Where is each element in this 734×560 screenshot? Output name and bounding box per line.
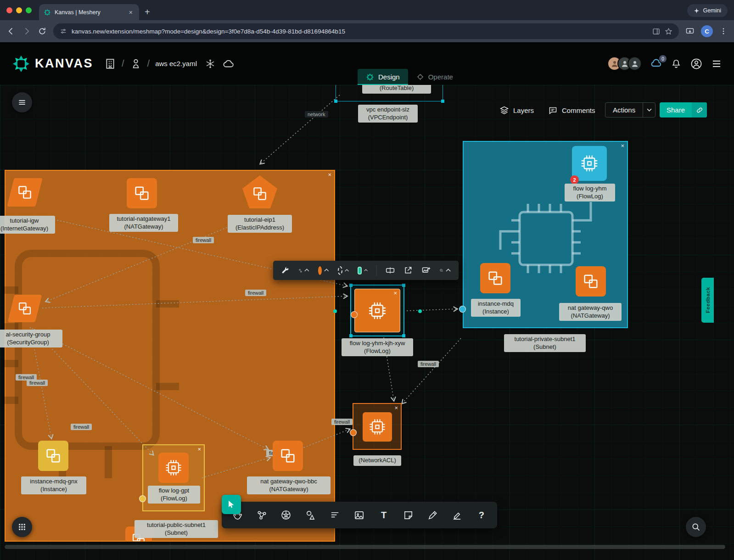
designs-icon[interactable] — [130, 58, 142, 70]
annotation-lines-tool[interactable] — [329, 509, 342, 521]
node-label-tutorial-natgateway1[interactable]: tutorial-natgateway1 (NATGateway) — [109, 214, 178, 232]
node-label-nat-gateway-qwo-bbc[interactable]: nat gateway-qwo-bbc (NATGateway) — [247, 476, 331, 494]
node-nat-gateway-qwo[interactable] — [576, 266, 606, 297]
collapse-icon[interactable]: × — [621, 143, 624, 149]
app-menu-icon[interactable] — [711, 58, 722, 69]
theme-swatch-tool[interactable] — [358, 267, 368, 274]
marker-tool[interactable] — [451, 509, 464, 521]
node-label-tutorial-igw[interactable]: tutorial-igw (InternetGateway) — [0, 216, 55, 234]
node-label-network-acl[interactable]: (NetworkACL) — [353, 455, 401, 466]
pen-tool[interactable] — [426, 509, 439, 521]
share-link-button[interactable] — [692, 102, 707, 118]
connection-handle[interactable] — [350, 429, 357, 436]
new-tab-button[interactable]: + — [145, 7, 150, 17]
reload-button[interactable] — [38, 27, 47, 36]
node-label-tutorial-private-subnet1[interactable]: tutorial-private-subnet1 (Subnet) — [504, 334, 586, 352]
node-label-vpc-endpoint[interactable]: vpc endpoint-slz (VPCEndpoint) — [358, 105, 418, 123]
credits-indicator[interactable]: 0 — [650, 57, 662, 70]
fill-color-tool[interactable] — [318, 266, 329, 275]
node-flow-log-gpt[interactable]: × flow log-gpt (FlowLog) — [142, 444, 205, 511]
actions-split-button[interactable]: Actions — [605, 102, 656, 118]
flow-log-icon-box[interactable]: × — [354, 289, 400, 332]
node-nat-gateway-qwo-bbc[interactable] — [273, 441, 303, 471]
browser-profile-avatar[interactable]: C — [701, 25, 713, 37]
snowflake-icon[interactable] — [205, 59, 215, 69]
site-settings-icon[interactable] — [60, 28, 67, 35]
feedback-tab[interactable]: Feedback — [701, 278, 714, 323]
tab-design[interactable]: Design — [358, 69, 408, 85]
edge-endpoint-dot[interactable] — [333, 309, 337, 313]
node-label-instance-mdq-gnx[interactable]: instance-mdq-gnx (Instance) — [21, 476, 86, 494]
node-label-tutorial-public-subnet1[interactable]: tutorial-public-subnet1 (Subnet) — [134, 520, 218, 538]
open-external-icon[interactable] — [403, 266, 413, 275]
border-style-tool[interactable] — [338, 266, 349, 275]
design-canvas[interactable]: × × — [0, 85, 734, 560]
actions-button[interactable]: Actions — [605, 103, 643, 117]
kubernetes-tool[interactable] — [280, 509, 292, 521]
gemini-button[interactable]: Gemini — [687, 4, 728, 17]
relationships-tool[interactable] — [255, 509, 268, 521]
device-sync-icon[interactable] — [685, 27, 695, 36]
maximize-window-button[interactable] — [26, 7, 32, 13]
design-file-name[interactable]: aws ec2.yaml — [155, 60, 197, 67]
node-label-security-group[interactable]: al-security-group (SecurityGroup) — [0, 330, 62, 347]
node-flow-log-yhm[interactable]: 2 — [572, 146, 607, 181]
media-tool[interactable] — [353, 509, 366, 521]
share-button[interactable]: Share — [660, 102, 692, 118]
collaborator-avatar[interactable] — [628, 56, 642, 71]
connection-handle[interactable] — [459, 306, 466, 313]
shapes-tool[interactable] — [304, 509, 317, 521]
node-flow-log-yhm-kjh-xyw[interactable]: × — [350, 285, 404, 336]
layers-button[interactable]: Layers — [499, 106, 534, 115]
select-cursor-tool[interactable] — [222, 495, 241, 514]
url-bar[interactable]: kanvas.new/extension/meshmap?mode=design… — [53, 23, 679, 39]
note-tool[interactable] — [402, 509, 415, 521]
close-window-button[interactable] — [6, 7, 12, 13]
bookmark-star-icon[interactable] — [665, 28, 672, 35]
rename-field-icon[interactable] — [386, 266, 395, 275]
shapes-tool[interactable] — [298, 266, 309, 275]
tab-operate[interactable]: Operate — [408, 69, 461, 85]
connection-handle[interactable] — [139, 495, 146, 502]
edge-endpoint-dot[interactable] — [418, 309, 422, 313]
browser-tab[interactable]: Kanvas | Meshery × — [39, 4, 139, 20]
profile-icon[interactable] — [690, 57, 703, 70]
browser-menu-icon[interactable] — [719, 27, 728, 35]
comments-button[interactable]: Comments — [548, 106, 595, 115]
node-label-route-table[interactable]: (RouteTable) — [362, 85, 431, 94]
canvas-menu-button[interactable] — [12, 92, 32, 112]
tab-close-icon[interactable]: × — [127, 8, 134, 17]
collapse-icon[interactable]: × — [328, 172, 331, 178]
back-button[interactable] — [6, 27, 16, 36]
side-panel-icon[interactable] — [652, 28, 660, 35]
collapse-icon[interactable]: × — [394, 405, 398, 411]
help-tool[interactable]: ? — [475, 509, 488, 521]
node-tutorial-natgateway1[interactable] — [127, 178, 157, 208]
collapse-icon[interactable]: × — [393, 290, 397, 296]
forward-button[interactable] — [22, 27, 31, 36]
actions-caret[interactable] — [643, 103, 655, 117]
cloud-sync-icon[interactable] — [223, 58, 235, 70]
configure-wrench-icon[interactable] — [281, 266, 290, 275]
node-label-tutorial-eip1[interactable]: tutorial-eip1 (ElasticIPAddress) — [228, 215, 292, 233]
notifications-bell-icon[interactable] — [671, 58, 682, 69]
url-text[interactable]: kanvas.new/extension/meshmap?mode=design… — [72, 28, 648, 35]
flow-log-gpt-icon-box[interactable] — [158, 453, 189, 483]
node-network-acl[interactable]: × — [353, 403, 402, 450]
node-label-nat-gateway-qwo[interactable]: nat gateway-qwo (NATGateway) — [559, 303, 622, 321]
organization-icon[interactable] — [104, 58, 116, 70]
share-split-button[interactable]: Share — [660, 102, 707, 118]
horizontal-scrollbar[interactable] — [5, 545, 725, 549]
text-tool[interactable]: T — [377, 509, 390, 521]
collapse-icon[interactable]: × — [197, 446, 201, 452]
add-image-icon[interactable] — [421, 266, 431, 275]
minimize-window-button[interactable] — [16, 7, 22, 13]
zoom-button[interactable] — [686, 517, 706, 537]
lasso-tool[interactable] — [439, 266, 451, 275]
node-label-flow-log-gpt[interactable]: flow log-gpt (FlowLog) — [148, 486, 200, 504]
node-label-flow-log-yhm-kjh-xyw[interactable]: flow log-yhm-kjh-xyw (FlowLog) — [342, 338, 413, 356]
node-label-flow-log-yhm[interactable]: flow log-yhm (FlowLog) — [565, 184, 615, 202]
node-label-instance-mdq[interactable]: instance-mdq (Instance) — [471, 299, 521, 317]
connection-handle[interactable] — [351, 311, 358, 318]
node-instance-mdq-gnx[interactable] — [38, 441, 68, 471]
